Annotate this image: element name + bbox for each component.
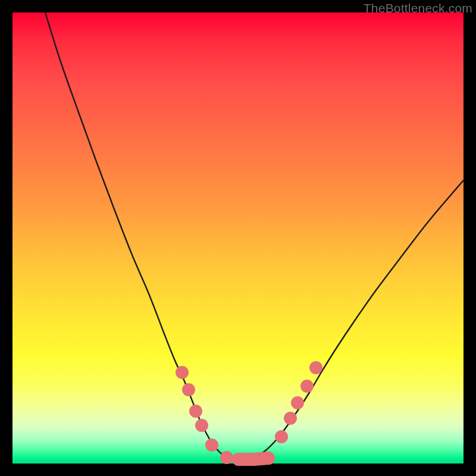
bead-left [182,383,195,396]
bead-right [291,396,304,409]
bead-left [189,405,202,418]
bead-floor-bead [262,452,275,465]
bead-right [275,430,288,443]
bead-left [195,419,208,432]
curve-svg [12,12,464,464]
watermark-text: TheBottleneck.com [364,1,472,15]
bead-floor-bead [232,453,245,466]
bottleneck-curve [45,12,464,459]
bead-right [309,361,322,374]
bead-right [284,412,297,425]
bead-right [300,380,314,393]
bead-left [176,366,189,379]
bead-left [205,439,218,452]
chart-frame: TheBottleneck.com [0,0,476,476]
bead-floor-bead [247,453,260,466]
plot-area [12,12,464,464]
bead-left [220,451,233,464]
